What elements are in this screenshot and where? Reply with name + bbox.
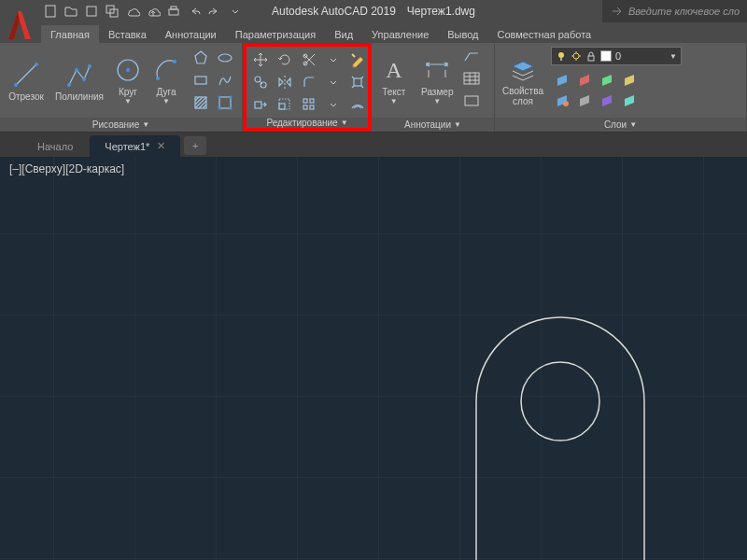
polygon-icon[interactable] xyxy=(189,47,213,69)
wipeout-icon[interactable] xyxy=(462,92,490,113)
undo-icon[interactable] xyxy=(185,2,204,21)
saveas-icon[interactable] xyxy=(103,2,121,21)
tool-circle[interactable]: Круг▼ xyxy=(110,47,146,114)
hatch-icon[interactable] xyxy=(189,91,213,114)
svg-point-21 xyxy=(218,96,221,99)
cloud-open-icon[interactable] xyxy=(123,2,142,21)
trim-dd-icon[interactable] xyxy=(321,49,345,71)
svg-rect-45 xyxy=(588,56,594,61)
stretch-icon[interactable] xyxy=(248,93,273,116)
drawing-small-tools xyxy=(189,47,237,114)
layer-walk-icon[interactable] xyxy=(596,90,618,110)
tool-arc[interactable]: Дуга▼ xyxy=(149,47,183,114)
layer-combo[interactable]: 0 ▼ xyxy=(551,47,682,65)
viewport-label[interactable]: [–][Сверху][2D-каркас] xyxy=(9,162,124,175)
erase-icon[interactable] xyxy=(345,49,370,71)
layer-name: 0 xyxy=(615,50,666,62)
doc-tab-drawing1[interactable]: Чертеж1*✕ xyxy=(90,135,180,157)
tab-parametric[interactable]: Параметризация xyxy=(226,25,325,43)
mirror-icon[interactable] xyxy=(273,71,297,93)
fillet-dd-icon[interactable] xyxy=(321,71,345,93)
tool-line[interactable]: Отрезок xyxy=(4,47,49,114)
fillet-icon[interactable] xyxy=(297,71,321,93)
svg-point-47 xyxy=(521,362,599,441)
ellipse-icon[interactable] xyxy=(213,47,237,69)
trim-icon[interactable] xyxy=(297,49,321,71)
dimension-icon xyxy=(422,55,452,85)
move-icon[interactable] xyxy=(248,49,273,71)
panel-drawing: Отрезок Полилиния Круг▼ Дуга▼ xyxy=(0,43,243,132)
color-swatch xyxy=(600,50,612,62)
open-icon[interactable] xyxy=(62,2,80,21)
lock-icon xyxy=(585,50,597,62)
document-tabs: Начало Чертеж1*✕ + xyxy=(0,133,747,157)
save-icon[interactable] xyxy=(82,2,101,21)
rotate-icon[interactable] xyxy=(273,49,297,71)
tool-polyline[interactable]: Полилиния xyxy=(52,47,106,114)
panel-annotation-title[interactable]: Аннотации▼ xyxy=(372,118,494,132)
ribbon-tabs: Главная Вставка Аннотации Параметризация… xyxy=(0,22,747,43)
title-center: Autodesk AutoCAD 2019 Чертеж1.dwg xyxy=(272,5,475,18)
tab-view[interactable]: Вид xyxy=(325,25,362,43)
layer-state-icon[interactable] xyxy=(618,90,641,110)
layer-off-icon[interactable] xyxy=(573,69,596,90)
panel-layers-title[interactable]: Слои▼ xyxy=(495,118,746,132)
svg-point-17 xyxy=(218,54,232,62)
panel-modify: Редактирование▼ xyxy=(243,43,372,132)
tool-layer-props[interactable]: Свойства слоя xyxy=(499,47,547,114)
tab-home[interactable]: Главная xyxy=(41,25,99,43)
layer-tools-grid xyxy=(551,69,682,110)
search-box[interactable]: Введите ключевое сло xyxy=(602,0,747,22)
array-dd-icon[interactable] xyxy=(321,93,345,116)
leader-icon[interactable] xyxy=(462,48,490,68)
close-icon[interactable]: ✕ xyxy=(157,140,165,152)
tab-manage[interactable]: Управление xyxy=(362,25,438,43)
tool-dimension[interactable]: Размер▼ xyxy=(416,47,458,114)
tab-annotate[interactable]: Аннотации xyxy=(156,25,226,43)
svg-point-14 xyxy=(126,68,130,72)
redo-icon[interactable] xyxy=(205,2,224,21)
svg-point-7 xyxy=(14,83,18,87)
offset-icon[interactable] xyxy=(345,93,370,116)
svg-rect-31 xyxy=(279,104,285,109)
layer-prev-icon[interactable] xyxy=(573,90,596,110)
polyline-icon xyxy=(64,60,94,90)
explode-icon[interactable] xyxy=(345,71,370,93)
layer-iso-icon[interactable] xyxy=(618,69,641,90)
svg-point-23 xyxy=(218,107,221,110)
tab-output[interactable]: Вывод xyxy=(438,25,487,43)
panel-modify-title[interactable]: Редактирование▼ xyxy=(247,118,368,128)
app-name: Autodesk AutoCAD 2019 xyxy=(272,5,396,18)
svg-point-46 xyxy=(563,101,569,106)
svg-point-42 xyxy=(558,52,564,58)
tool-text[interactable]: A Текст▼ xyxy=(375,47,413,114)
drawing-canvas[interactable]: [–][Сверху][2D-каркас] xyxy=(0,157,747,560)
tab-insert[interactable]: Вставка xyxy=(99,25,156,43)
copy-icon[interactable] xyxy=(248,71,273,93)
svg-rect-18 xyxy=(195,77,206,84)
combo-dd-icon: ▼ xyxy=(669,52,677,61)
doc-tab-start[interactable]: Начало xyxy=(22,136,88,157)
app-logo[interactable] xyxy=(2,2,37,47)
svg-line-6 xyxy=(16,64,36,85)
layer-freeze-icon[interactable] xyxy=(551,69,573,90)
svg-point-44 xyxy=(573,53,579,59)
plot-icon[interactable] xyxy=(164,2,183,21)
layer-lock-icon[interactable] xyxy=(596,69,618,90)
qat-dropdown-icon[interactable] xyxy=(226,2,245,21)
spline-icon[interactable] xyxy=(213,69,237,91)
region-icon[interactable] xyxy=(213,91,237,114)
new-tab-button[interactable]: + xyxy=(184,136,206,155)
cloud-save-icon[interactable] xyxy=(144,2,162,21)
panel-drawing-title[interactable]: Рисование▼ xyxy=(0,118,242,132)
table-icon[interactable] xyxy=(462,70,490,91)
array-icon[interactable] xyxy=(297,93,321,116)
tab-collab[interactable]: Совместная работа xyxy=(488,25,601,43)
svg-point-12 xyxy=(88,64,92,68)
scale-icon[interactable] xyxy=(273,93,297,116)
svg-rect-0 xyxy=(46,6,55,17)
new-icon[interactable] xyxy=(41,2,60,21)
layer-match-icon[interactable] xyxy=(551,90,573,110)
title-bar: Autodesk AutoCAD 2019 Чертеж1.dwg Введит… xyxy=(0,0,747,22)
rectangle-icon[interactable] xyxy=(189,69,213,91)
